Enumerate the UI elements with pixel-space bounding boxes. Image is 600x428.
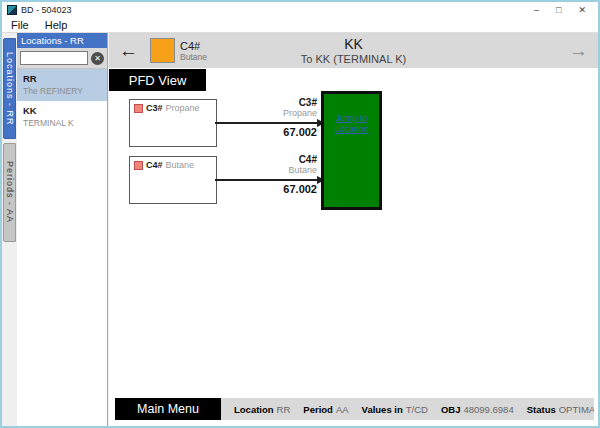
status-value: T/CD — [406, 404, 428, 415]
app-window: BD - 504023 – □ ✕ File Help Locations - … — [0, 0, 600, 428]
pfd-view-label: PFD View — [109, 69, 206, 91]
menu-file[interactable]: File — [11, 19, 29, 31]
material-swatch — [150, 38, 175, 63]
flow-code: C4# — [257, 154, 317, 165]
source-box-header: C3# Propane — [134, 103, 212, 113]
status-location: LocationRR — [234, 404, 290, 415]
footer-bar: Main Menu LocationRR PeriodAA Values inT… — [115, 398, 594, 420]
main-area: ← C4# Butane KK To KK (TERMINAL K) → PFD… — [109, 33, 598, 426]
search-row: ✕ — [17, 48, 107, 69]
flow-value: 67.002 — [257, 126, 317, 138]
status-value: OPTIMAL — [559, 404, 594, 415]
status-values-in: Values inT/CD — [362, 404, 428, 415]
source-code: C4# — [146, 160, 163, 170]
status-period: PeriodAA — [303, 404, 348, 415]
material-code: C4# — [180, 40, 207, 52]
window-title: BD - 504023 — [21, 5, 72, 15]
location-name: TERMINAL K — [23, 118, 101, 128]
sidebar-panel: Locations - RR ✕ RR The REFINERY KK TERM… — [17, 33, 108, 426]
forward-arrow-icon[interactable]: → — [569, 40, 588, 62]
app-icon — [7, 5, 17, 15]
flow-code: C3# — [257, 97, 317, 108]
flow-name: Butane — [257, 165, 317, 175]
minimize-icon[interactable]: – — [534, 5, 539, 15]
status-optimal: StatusOPTIMAL — [527, 404, 594, 415]
status-label: Location — [234, 404, 274, 415]
material-info: C4# Butane — [180, 40, 207, 62]
source-box-header: C4# Butane — [134, 160, 212, 170]
destination-box: Jump to Location — [321, 91, 382, 210]
status-value: RR — [277, 404, 291, 415]
material-color-swatch — [134, 104, 143, 113]
status-value: AA — [336, 404, 349, 415]
menu-help[interactable]: Help — [45, 19, 68, 31]
menu-bar: File Help — [2, 17, 598, 33]
status-label: Values in — [362, 404, 403, 415]
flow-value: 67.002 — [257, 183, 317, 195]
location-item-kk[interactable]: KK TERMINAL K — [17, 101, 107, 133]
pfd-header: ← C4# Butane KK To KK (TERMINAL K) → — [109, 33, 598, 68]
status-label: OBJ — [441, 404, 461, 415]
main-menu-button[interactable]: Main Menu — [115, 398, 221, 420]
flow-label-c3: C3# Propane 67.002 — [257, 97, 317, 138]
search-input[interactable] — [20, 51, 88, 65]
flow-name: Propane — [257, 108, 317, 118]
maximize-icon[interactable]: □ — [556, 5, 561, 15]
sidebar-title: Locations - RR — [17, 33, 107, 48]
status-bar: LocationRR PeriodAA Values inT/CD OBJ480… — [221, 398, 594, 420]
source-code: C3# — [146, 103, 163, 113]
flow-label-c4: C4# Butane 67.002 — [257, 154, 317, 195]
status-label: Period — [303, 404, 333, 415]
source-name: Butane — [166, 160, 195, 170]
source-box-c4-butane[interactable]: C4# Butane — [129, 156, 217, 204]
tab-locations[interactable]: Locations - RR — [3, 38, 16, 139]
location-code: KK — [23, 105, 101, 116]
jump-to-location-link[interactable]: Jump to Location — [330, 113, 374, 207]
status-obj: OBJ48099.6984 — [441, 404, 514, 415]
material-name: Butane — [180, 52, 207, 62]
location-name: The REFINERY — [23, 86, 101, 96]
source-name: Propane — [166, 103, 200, 113]
clear-search-icon[interactable]: ✕ — [91, 52, 104, 65]
close-icon[interactable]: ✕ — [578, 5, 586, 15]
window-controls: – □ ✕ — [534, 5, 598, 15]
material-color-swatch — [134, 161, 143, 170]
source-box-c3-propane[interactable]: C3# Propane — [129, 99, 217, 147]
location-item-rr[interactable]: RR The REFINERY — [17, 69, 107, 101]
location-code: RR — [23, 73, 101, 84]
tab-periods[interactable]: Periods - AA — [3, 143, 16, 242]
status-label: Status — [527, 404, 556, 415]
title-bar: BD - 504023 – □ ✕ — [2, 2, 598, 17]
back-arrow-icon[interactable]: ← — [119, 40, 138, 62]
status-value: 48099.6984 — [463, 404, 513, 415]
